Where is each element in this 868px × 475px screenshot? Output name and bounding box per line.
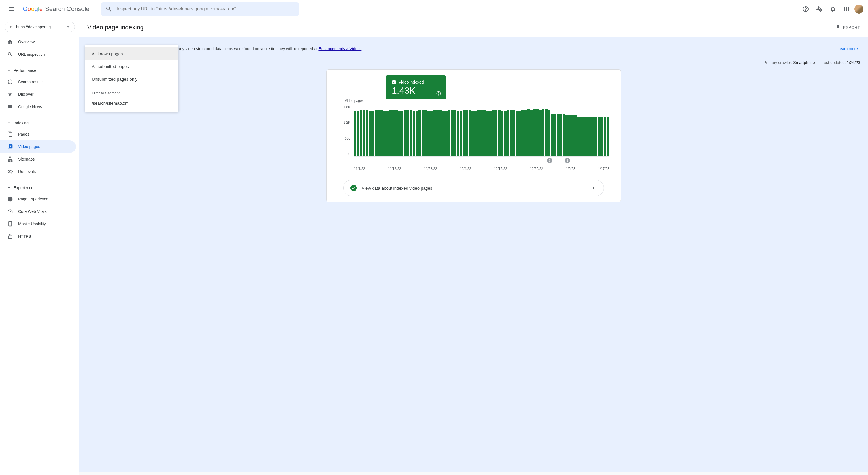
chart-bar bbox=[486, 111, 489, 156]
chart-bar bbox=[483, 110, 486, 156]
home-icon bbox=[7, 39, 13, 45]
chevron-down-icon bbox=[7, 121, 11, 125]
pages-icon bbox=[7, 131, 13, 137]
nav-separator bbox=[4, 63, 75, 63]
last-updated: Last updated: 1/26/23 bbox=[822, 60, 860, 65]
svg-rect-0 bbox=[8, 105, 12, 108]
chart-bar bbox=[489, 111, 492, 156]
chart-bar bbox=[380, 110, 383, 156]
dropdown-item-sitemap[interactable]: /search/sitemap.xml bbox=[85, 97, 179, 109]
help-icon bbox=[436, 91, 441, 96]
chart-marker[interactable]: 1 bbox=[565, 158, 570, 163]
menu-button[interactable] bbox=[4, 2, 18, 16]
learn-more-link[interactable]: Learn more bbox=[837, 46, 858, 51]
chart-bar bbox=[422, 110, 424, 156]
chart-bar bbox=[474, 111, 477, 156]
nav-url-inspection[interactable]: URL inspection bbox=[0, 48, 76, 61]
chart-bar bbox=[592, 116, 594, 156]
help-button[interactable] bbox=[800, 3, 811, 15]
export-button[interactable]: EXPORT bbox=[835, 25, 860, 30]
nav-section-experience[interactable]: Experience bbox=[0, 182, 79, 193]
chart-bar bbox=[604, 116, 606, 156]
chart-bar bbox=[360, 110, 362, 156]
nav-section-performance[interactable]: Performance bbox=[0, 65, 79, 76]
chart-bar bbox=[577, 116, 580, 156]
nav-removals[interactable]: Removals bbox=[0, 165, 76, 178]
chart-bar bbox=[463, 110, 465, 156]
sidebar: ◇ https://developers.g… Overview URL ins… bbox=[0, 18, 79, 475]
chart-bar bbox=[386, 111, 389, 156]
chart-bar bbox=[363, 110, 365, 156]
nav-overview[interactable]: Overview bbox=[0, 36, 76, 48]
nav-section-indexing[interactable]: Indexing bbox=[0, 118, 79, 128]
metric-help-button[interactable] bbox=[436, 91, 441, 96]
chart-bar bbox=[527, 109, 530, 156]
metric-value: 1.43K bbox=[392, 86, 440, 96]
chart-marker[interactable]: 1 bbox=[547, 158, 552, 163]
chevron-right-icon bbox=[590, 184, 597, 191]
metric-tile-indexed[interactable]: Video indexed 1.43K bbox=[386, 75, 445, 99]
chart-bar bbox=[607, 116, 609, 156]
chart-bar bbox=[595, 116, 597, 156]
dropdown-item-all-submitted[interactable]: All submitted pages bbox=[85, 60, 179, 73]
nav-section-label: Performance bbox=[13, 68, 36, 73]
nav-sitemaps[interactable]: Sitemaps bbox=[0, 153, 76, 165]
nav-search-results[interactable]: Search results bbox=[0, 76, 76, 88]
checkbox-checked-icon bbox=[392, 80, 396, 84]
dropdown-item-all-known[interactable]: All known pages bbox=[85, 47, 179, 60]
plus-circle-icon bbox=[7, 196, 13, 202]
nav-pages[interactable]: Pages bbox=[0, 128, 76, 140]
property-selector[interactable]: ◇ https://developers.g… bbox=[4, 22, 75, 32]
chart-bar bbox=[445, 111, 447, 156]
chart-bar bbox=[492, 110, 495, 156]
search-input[interactable] bbox=[117, 6, 294, 11]
lock-icon bbox=[7, 234, 13, 239]
nav-discover[interactable]: Discover bbox=[0, 88, 76, 101]
chart-bar bbox=[583, 116, 586, 156]
nav-https[interactable]: HTTPS bbox=[0, 230, 76, 243]
chart-bar bbox=[513, 110, 515, 156]
chart-bar bbox=[559, 114, 562, 156]
notifications-button[interactable] bbox=[827, 3, 839, 15]
x-tick: 12/26/22 bbox=[530, 167, 543, 171]
chart-bar bbox=[469, 110, 471, 156]
nav-label: Removals bbox=[18, 169, 36, 174]
y-tick: 0 bbox=[348, 152, 350, 156]
y-axis: 1.8K 1.2K 600 0 bbox=[338, 105, 350, 156]
nav-core-web-vitals[interactable]: Core Web Vitals bbox=[0, 205, 76, 218]
x-tick: 12/4/22 bbox=[460, 167, 471, 171]
chart-bar bbox=[442, 111, 444, 156]
nav-label: Core Web Vitals bbox=[18, 209, 47, 214]
chart-base-strip bbox=[354, 156, 609, 157]
chart-bar bbox=[377, 110, 380, 156]
nav-mobile-usability[interactable]: Mobile Usability bbox=[0, 218, 76, 230]
banner-link[interactable]: Enhancements > Videos bbox=[318, 46, 362, 51]
view-data-button[interactable]: View data about indexed video pages bbox=[343, 180, 604, 196]
chart-markers: 1 1 bbox=[354, 158, 609, 165]
logo[interactable]: Google Search Console bbox=[23, 5, 90, 13]
nav-page-experience[interactable]: Page Experience bbox=[0, 193, 76, 205]
download-icon bbox=[835, 25, 841, 30]
chart-bar bbox=[395, 110, 398, 156]
chart-bar bbox=[557, 114, 559, 156]
nav-google-news[interactable]: Google News bbox=[0, 101, 76, 113]
dropdown-item-unsubmitted[interactable]: Unsubmitted pages only bbox=[85, 73, 179, 86]
header-actions bbox=[800, 3, 864, 15]
profile-avatar[interactable] bbox=[855, 4, 864, 13]
visibility-off-icon bbox=[7, 169, 13, 174]
help-icon bbox=[802, 6, 809, 12]
check-circle-icon bbox=[350, 185, 356, 191]
phone-icon bbox=[7, 221, 13, 227]
chart-bar bbox=[589, 116, 591, 156]
property-url: https://developers.g… bbox=[16, 25, 63, 29]
bell-icon bbox=[830, 6, 836, 12]
meta-row: Primary crawler: Smartphone Last updated… bbox=[84, 56, 864, 69]
apps-button[interactable] bbox=[841, 3, 852, 15]
nav-separator bbox=[4, 245, 75, 245]
x-tick: 1/17/23 bbox=[598, 167, 609, 171]
search-bar[interactable] bbox=[101, 2, 299, 16]
user-manage-button[interactable] bbox=[814, 3, 825, 15]
chart-bar bbox=[598, 116, 600, 156]
chart-bar bbox=[389, 110, 392, 156]
nav-video-pages[interactable]: Video pages bbox=[0, 140, 76, 153]
